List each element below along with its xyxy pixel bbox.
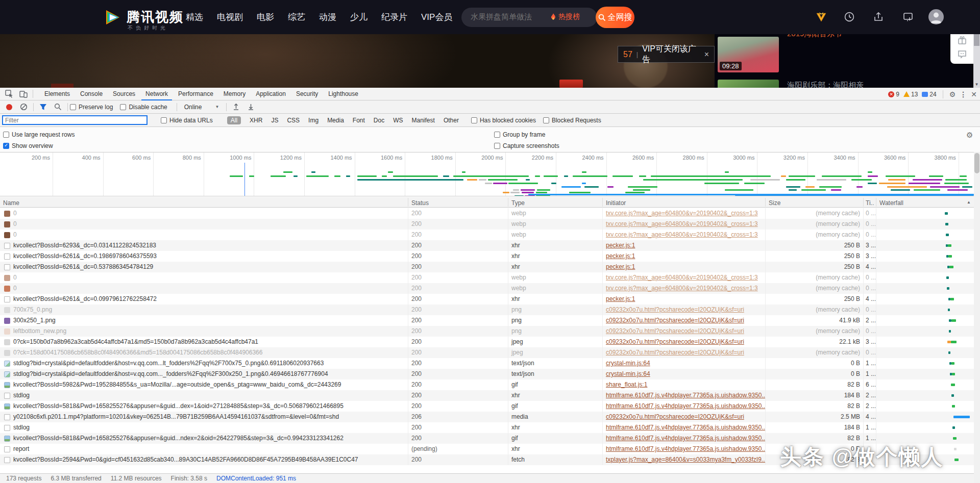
preserve-log-label[interactable]: Preserve log bbox=[79, 104, 113, 111]
nav-item-少儿[interactable]: 少儿 bbox=[350, 11, 368, 23]
inspect-element-icon[interactable] bbox=[5, 90, 13, 98]
request-row[interactable]: 0200webptxv.core.js?max_age=604800&v=201… bbox=[0, 283, 980, 294]
initiator-link[interactable]: htmlframe.610df7.js.v4hdplayer.77365a.js… bbox=[606, 424, 766, 431]
request-row[interactable]: stdlog?bid=crystal&pid=defaultfodder&hos… bbox=[0, 358, 980, 369]
tab-security[interactable]: Security bbox=[291, 88, 323, 100]
filter-type-doc[interactable]: Doc bbox=[374, 117, 384, 124]
column-header-time[interactable]: Ti.. bbox=[864, 198, 876, 207]
column-header-initiator[interactable]: Initiator bbox=[603, 198, 766, 207]
filter-type-all[interactable]: All bbox=[227, 116, 241, 124]
search-requests-icon[interactable] bbox=[54, 103, 62, 111]
hide-data-urls-label[interactable]: Hide data URLs bbox=[169, 117, 213, 124]
initiator-link[interactable]: crystal-min.js:64 bbox=[606, 360, 650, 367]
filter-type-ws[interactable]: WS bbox=[393, 117, 403, 124]
nav-item-综艺[interactable]: 综艺 bbox=[288, 11, 305, 23]
nav-item-精选[interactable]: 精选 bbox=[186, 11, 203, 23]
request-row[interactable]: kvcollect?BossId=5818&Pwd=1658255276&app… bbox=[0, 433, 980, 444]
network-settings-icon[interactable]: ⚙ bbox=[966, 131, 973, 140]
search-input[interactable] bbox=[471, 12, 547, 21]
device-toolbar-icon[interactable] bbox=[19, 90, 28, 98]
network-overview-timeline[interactable]: 200 ms400 ms600 ms800 ms1000 ms1200 ms14… bbox=[0, 152, 980, 196]
group-by-frame-checkbox[interactable] bbox=[494, 132, 500, 138]
initiator-link[interactable]: share_float.js:1 bbox=[606, 381, 647, 388]
ad-close-hint[interactable]: VIP可关闭该广告 bbox=[642, 44, 698, 65]
nav-item-电影[interactable]: 电影 bbox=[257, 11, 274, 23]
initiator-link[interactable]: c09232x0o7u.html?pcsharecode=I20OZUjK&sf… bbox=[606, 317, 744, 324]
tab-elements[interactable]: Elements bbox=[39, 88, 75, 100]
disable-cache-label[interactable]: Disable cache bbox=[129, 104, 167, 111]
request-row[interactable]: 700x75_0.png200pngc09232x0o7u.html?pcsha… bbox=[0, 304, 980, 315]
request-row[interactable]: stdlog200xhrhtmlframe.610df7.js.v4hdplay… bbox=[0, 390, 980, 401]
devtools-menu-icon[interactable]: ⋮ bbox=[960, 90, 967, 98]
history-icon[interactable] bbox=[844, 11, 855, 22]
initiator-link[interactable]: htmlframe.610df7.js.v4hdplayer.77365a.js… bbox=[606, 445, 766, 452]
ad-countdown-badge[interactable]: 57 | VIP可关闭该广告 × bbox=[618, 46, 715, 63]
site-title[interactable]: 腾讯视频 bbox=[127, 8, 184, 26]
devtools-scrollbar-thumb[interactable] bbox=[974, 153, 979, 173]
export-har-icon[interactable] bbox=[247, 103, 255, 111]
request-row[interactable]: y02108c6xfi.p201.1.mp4?platform=10201&vk… bbox=[0, 412, 980, 422]
request-row[interactable]: leftbottom_new.png200pngc09232x0o7u.html… bbox=[0, 326, 980, 337]
column-header-status[interactable]: Status bbox=[408, 198, 508, 207]
video-thumbnail[interactable]: 09:28 bbox=[718, 37, 779, 72]
filter-type-other[interactable]: Other bbox=[444, 117, 459, 124]
capture-screenshots-label[interactable]: Capture screenshots bbox=[503, 142, 559, 149]
hot-search-link[interactable]: 热搜榜 bbox=[550, 12, 580, 21]
sort-ascending-icon[interactable]: ▲ bbox=[967, 200, 971, 205]
filter-type-xhr[interactable]: XHR bbox=[250, 117, 262, 124]
devtools-close-icon[interactable]: ✕ bbox=[971, 90, 977, 98]
request-row[interactable]: 0200webptxv.core.js?max_age=604800&v=201… bbox=[0, 219, 980, 230]
devtools-settings-icon[interactable]: ⚙ bbox=[949, 90, 956, 98]
gift-icon[interactable] bbox=[957, 35, 967, 45]
request-row[interactable]: stdlog200xhrhtmlframe.610df7.js.v4hdplay… bbox=[0, 422, 980, 433]
filter-type-font[interactable]: Font bbox=[353, 117, 365, 124]
filter-type-js[interactable]: JS bbox=[271, 117, 278, 124]
scroll-down-icon[interactable]: ▼ bbox=[973, 82, 980, 87]
nav-item-动漫[interactable]: 动漫 bbox=[319, 11, 336, 23]
blocked-requests-checkbox[interactable] bbox=[543, 117, 549, 123]
filter-type-media[interactable]: Media bbox=[327, 117, 344, 124]
tab-lighthouse[interactable]: Lighthouse bbox=[323, 88, 363, 100]
tab-console[interactable]: Console bbox=[75, 88, 108, 100]
initiator-link[interactable]: c09232x0o7u.html?pcsharecode=I20OZUjK&sf… bbox=[606, 338, 744, 345]
console-warnings-badge[interactable]: 13 bbox=[903, 91, 918, 98]
use-large-rows-label[interactable]: Use large request rows bbox=[12, 131, 75, 138]
capture-screenshots-checkbox[interactable] bbox=[494, 143, 500, 149]
import-har-icon[interactable] bbox=[232, 103, 240, 111]
filter-icon[interactable] bbox=[39, 103, 47, 111]
column-header-name[interactable]: Name bbox=[0, 198, 408, 207]
show-overview-checkbox[interactable] bbox=[3, 143, 9, 149]
request-row[interactable]: kvcollect?BossId=6261&_dc=0.099796127622… bbox=[0, 294, 980, 304]
request-row[interactable]: 0?ck=158d004175086cb658b8c0f484906366&md… bbox=[0, 347, 980, 358]
filter-type-manifest[interactable]: Manifest bbox=[412, 117, 435, 124]
show-overview-label[interactable]: Show overview bbox=[12, 142, 53, 149]
initiator-link[interactable]: htmlframe.610df7.js.v4hdplayer.77365a.js… bbox=[606, 402, 766, 410]
column-header-size[interactable]: Size bbox=[766, 198, 864, 207]
request-row[interactable]: 0200webptxv.core.js?max_age=604800&v=201… bbox=[0, 272, 980, 283]
disable-cache-checkbox[interactable] bbox=[120, 104, 126, 110]
initiator-link[interactable]: txplayer.js?max_age=86400&v=s0033mya3fm_… bbox=[606, 456, 766, 463]
video-player[interactable]: 57 | VIP可关闭该广告 × bbox=[0, 34, 715, 88]
initiator-link[interactable]: htmlframe.610df7.js.v4hdplayer.77365a.js… bbox=[606, 392, 766, 399]
filter-input[interactable] bbox=[2, 115, 148, 125]
nav-item-纪录片[interactable]: 纪录片 bbox=[381, 11, 407, 23]
feedback-icon[interactable] bbox=[957, 49, 967, 59]
tab-application[interactable]: Application bbox=[251, 88, 291, 100]
upload-share-icon[interactable] bbox=[873, 11, 884, 22]
client-download-icon[interactable] bbox=[902, 11, 914, 22]
initiator-link[interactable]: c09232x0o7u.html?pcsharecode=I20OZUjK&sf… bbox=[606, 349, 744, 356]
request-row[interactable]: 0?ck=150b0d7a8b962a3cab5d4c4affcb47a1&md… bbox=[0, 337, 980, 347]
request-row[interactable]: kvcollect?BossId=6261&_dc=0.198697860463… bbox=[0, 251, 980, 262]
search-button[interactable]: 全网搜 bbox=[596, 7, 634, 28]
filter-type-img[interactable]: Img bbox=[308, 117, 318, 124]
tencent-video-logo-icon[interactable] bbox=[102, 7, 122, 28]
clear-icon[interactable] bbox=[20, 103, 28, 111]
request-row[interactable]: 0200webptxv.core.js?max_age=604800&v=201… bbox=[0, 208, 980, 219]
use-large-rows-checkbox[interactable] bbox=[3, 132, 9, 138]
request-row[interactable]: kvcollect?BossId=6261&_dc=0.537886345478… bbox=[0, 262, 980, 272]
devtools-scrollbar[interactable] bbox=[974, 152, 980, 483]
initiator-link[interactable]: pecker.js:1 bbox=[606, 263, 635, 270]
initiator-link[interactable]: crystal-min.js:64 bbox=[606, 370, 650, 377]
has-blocked-cookies-checkbox[interactable] bbox=[471, 117, 477, 123]
column-header-waterfall[interactable]: Waterfall bbox=[876, 198, 974, 207]
